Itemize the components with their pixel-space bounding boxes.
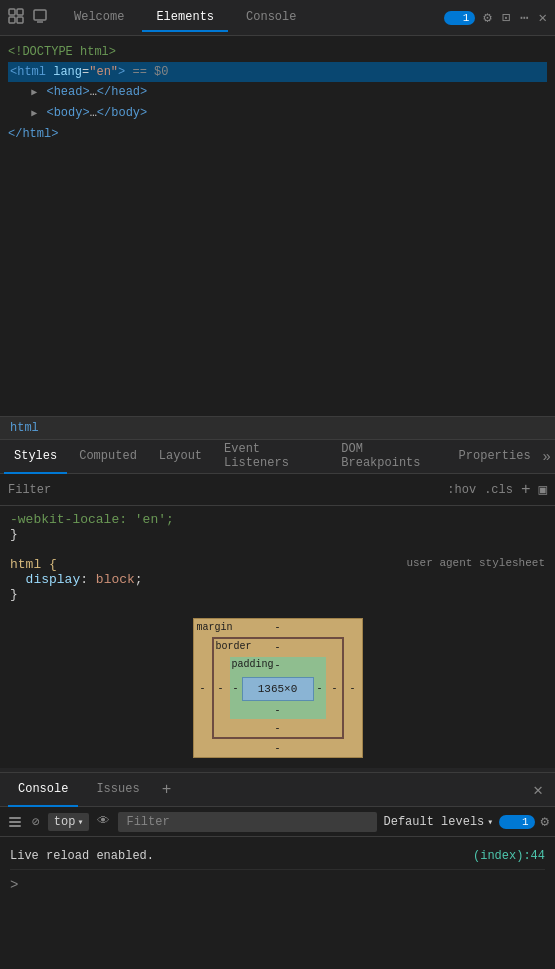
border-bottom-value: -: [274, 723, 280, 734]
margin-left-value: -: [200, 683, 206, 694]
console-log-reload: Live reload enabled. (index):44: [10, 843, 545, 870]
top-bar: Welcome Elements Console 1 ⚙ ⊡ ⋯ ✕: [0, 0, 555, 36]
tab-console-main[interactable]: Console: [8, 773, 78, 807]
console-error-badge: 1: [499, 815, 534, 829]
error-badge: 1: [444, 11, 476, 25]
dock-icon[interactable]: ⊡: [502, 9, 510, 26]
padding-bottom-value: -: [274, 705, 280, 716]
svg-point-10: [506, 818, 513, 825]
svg-rect-9: [9, 825, 21, 827]
style-rule-close1: }: [10, 527, 545, 542]
context-selector[interactable]: top ▾: [48, 813, 90, 831]
margin-top-value: -: [274, 622, 280, 633]
dom-panel: <!DOCTYPE html> ​<html lang="en"> == $0 …: [0, 36, 555, 416]
console-panel: Console Issues + ✕ ⊘ top ▾ 👁 Default lev…: [0, 772, 555, 902]
dom-line-head[interactable]: ▶ <head>…</head>: [8, 82, 547, 103]
context-chevron: ▾: [77, 816, 83, 828]
more-tabs-icon[interactable]: »: [543, 449, 551, 465]
top-bar-right: 1 ⚙ ⊡ ⋯ ✕: [444, 9, 547, 26]
filter-bar: :hov .cls + ▣: [0, 474, 555, 506]
box-margin: margin - - - - border - - - - padding - …: [193, 618, 363, 758]
padding-left-value: -: [233, 683, 239, 694]
svg-rect-2: [9, 17, 15, 23]
box-content: 1365×0: [242, 677, 314, 701]
svg-rect-4: [34, 10, 46, 20]
margin-bottom-value: -: [274, 743, 280, 754]
device-icon[interactable]: [32, 8, 48, 28]
close-icon[interactable]: ✕: [539, 9, 547, 26]
block-console-button[interactable]: ⊘: [30, 812, 42, 832]
breadcrumb-bar: html: [0, 416, 555, 440]
tab-dom-breakpoints[interactable]: DOM Breakpoints: [331, 440, 446, 474]
styles-tabs: Styles Computed Layout Event Listeners D…: [0, 440, 555, 474]
style-rule-close2: }: [10, 587, 545, 602]
svg-rect-3: [17, 17, 23, 23]
top-bar-icons: [8, 8, 48, 28]
tab-properties[interactable]: Properties: [449, 440, 541, 474]
box-border: border - - - - padding - - - - 1365×0: [212, 637, 344, 739]
tab-styles[interactable]: Styles: [4, 440, 67, 474]
padding-label: padding: [232, 659, 274, 670]
svg-rect-7: [9, 817, 21, 819]
svg-rect-0: [9, 9, 15, 15]
tab-console[interactable]: Console: [232, 4, 310, 32]
hov-button[interactable]: :hov: [447, 483, 476, 497]
clear-console-button[interactable]: [6, 813, 24, 831]
close-console-button[interactable]: ✕: [529, 778, 547, 802]
levels-chevron: ▾: [487, 816, 493, 828]
tab-layout[interactable]: Layout: [149, 440, 212, 474]
svg-point-6: [450, 13, 459, 22]
border-left-value: -: [218, 683, 224, 694]
more-icon[interactable]: ⋯: [520, 9, 528, 26]
console-levels-button[interactable]: Default levels ▾: [383, 815, 493, 829]
svg-rect-1: [17, 9, 23, 15]
tab-computed[interactable]: Computed: [69, 440, 147, 474]
console-messages: Live reload enabled. (index):44 >: [0, 837, 555, 902]
context-label: top: [54, 815, 76, 829]
settings-icon[interactable]: ⚙: [483, 9, 491, 26]
console-log-link[interactable]: (index):44: [473, 845, 545, 867]
border-label: border: [216, 641, 252, 652]
console-log-text: Live reload enabled.: [10, 845, 154, 867]
padding-top-value: -: [274, 660, 280, 671]
style-rule-display[interactable]: display: block;: [10, 572, 545, 587]
console-filter-input[interactable]: [118, 812, 377, 832]
console-gear-icon[interactable]: ⚙: [541, 813, 549, 830]
style-rule-webkit: -webkit-locale: 'en';: [10, 512, 545, 527]
add-style-button[interactable]: +: [521, 481, 531, 499]
content-size: 1365×0: [258, 683, 298, 695]
tab-issues[interactable]: Issues: [86, 773, 149, 807]
dom-line-body[interactable]: ▶ <body>…</body>: [8, 103, 547, 124]
console-levels-label: Default levels: [383, 815, 484, 829]
svg-rect-8: [9, 821, 21, 823]
border-top-value: -: [274, 642, 280, 653]
console-top-right: ✕: [529, 778, 547, 802]
box-padding: padding - - - - 1365×0: [230, 657, 326, 719]
show-console-settings[interactable]: 👁: [95, 812, 112, 831]
cls-button[interactable]: .cls: [484, 483, 513, 497]
dom-line-close-html: </html>: [8, 124, 547, 144]
tab-elements[interactable]: Elements: [142, 4, 228, 32]
margin-right-value: -: [349, 683, 355, 694]
top-bar-actions: ⚙ ⊡ ⋯ ✕: [483, 9, 547, 26]
console-prompt[interactable]: >: [10, 870, 545, 896]
console-top-bar: Console Issues + ✕: [0, 773, 555, 807]
box-model-section: margin - - - - border - - - - padding - …: [0, 608, 555, 768]
dom-line-doctype: <!DOCTYPE html>: [8, 42, 547, 62]
console-toolbar: ⊘ top ▾ 👁 Default levels ▾ 1 ⚙: [0, 807, 555, 837]
styles-rules: -webkit-locale: 'en'; } user agent style…: [0, 506, 555, 608]
padding-right-value: -: [316, 683, 322, 694]
inspect-icon[interactable]: [8, 8, 24, 28]
border-right-value: -: [331, 683, 337, 694]
tab-event-listeners[interactable]: Event Listeners: [214, 440, 329, 474]
margin-label: margin: [197, 622, 233, 633]
toggle-view-button[interactable]: ▣: [539, 481, 547, 498]
tab-welcome[interactable]: Welcome: [60, 4, 138, 32]
filter-input[interactable]: [8, 483, 439, 497]
style-rule-html: user agent stylesheet html {: [10, 557, 545, 572]
styles-tabs-right: »: [543, 449, 551, 465]
add-console-tab-button[interactable]: +: [162, 781, 172, 799]
breadcrumb[interactable]: html: [10, 421, 39, 435]
dom-line-html[interactable]: ​<html lang="en"> == $0: [8, 62, 547, 82]
